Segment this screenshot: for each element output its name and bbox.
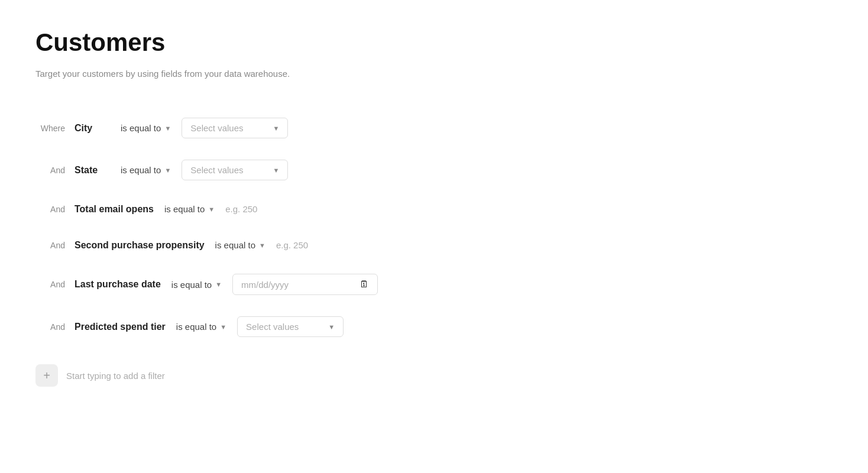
page-title: Customers	[35, 28, 833, 57]
filter-operator-dropdown[interactable]: is equal to▼	[119, 163, 172, 177]
filter-operator-label: is equal to	[121, 165, 161, 175]
filter-row: AndSecond purchase propensityis equal to…	[35, 227, 833, 263]
chevron-down-icon: ▼	[215, 281, 222, 288]
chevron-down-icon: ▼	[273, 125, 279, 132]
filter-connector: And	[35, 322, 65, 332]
filter-row: WhereCityis equal to▼Select values▼	[35, 107, 833, 149]
filter-field-name: Last purchase date	[75, 279, 161, 290]
filter-connector: And	[35, 166, 65, 175]
filter-value-input[interactable]	[276, 240, 388, 250]
filter-operator-label: is equal to	[171, 280, 212, 290]
filter-connector: And	[35, 241, 65, 250]
page-subtitle: Target your customers by using fields fr…	[35, 69, 833, 79]
filter-operator-label: is equal to	[176, 322, 216, 332]
filter-value-label: Select values	[246, 322, 299, 332]
filter-value-dropdown[interactable]: Select values▼	[182, 118, 288, 138]
chevron-down-icon: ▼	[328, 323, 335, 331]
filter-operator-label: is equal to	[164, 204, 205, 214]
filter-connector: Where	[35, 124, 65, 133]
page-container: Customers Target your customers by using…	[0, 0, 868, 415]
filter-value-input[interactable]	[225, 204, 338, 214]
chevron-down-icon: ▼	[259, 242, 265, 249]
add-filter-row: + Start typing to add a filter	[35, 348, 833, 387]
add-filter-placeholder: Start typing to add a filter	[66, 371, 165, 381]
filter-operator-dropdown[interactable]: is equal to▼	[214, 238, 267, 252]
filter-field-name: Predicted spend tier	[75, 322, 166, 332]
filter-operator-label: is equal to	[121, 123, 161, 133]
chevron-down-icon: ▼	[164, 125, 171, 132]
add-filter-button[interactable]: +	[35, 364, 58, 387]
filter-connector: And	[35, 205, 65, 214]
filter-date-wrapper: 🗓	[232, 274, 378, 295]
filter-value-dropdown[interactable]: Select values▼	[182, 160, 288, 180]
filter-date-input[interactable]	[241, 280, 354, 290]
filter-value-label: Select values	[190, 165, 243, 175]
filter-value-dropdown[interactable]: Select values▼	[237, 316, 344, 337]
filter-value-label: Select values	[190, 123, 243, 133]
filter-row: AndPredicted spend tieris equal to▼Selec…	[35, 306, 833, 348]
filter-operator-dropdown[interactable]: is equal to▼	[170, 277, 223, 292]
chevron-down-icon: ▼	[273, 167, 279, 174]
calendar-icon[interactable]: 🗓	[359, 279, 369, 290]
filter-row: AndStateis equal to▼Select values▼	[35, 149, 833, 191]
filter-field-name: State	[75, 165, 110, 176]
filter-operator-dropdown[interactable]: is equal to▼	[119, 121, 172, 135]
filter-field-name: Second purchase propensity	[75, 240, 205, 251]
filter-field-name: City	[75, 123, 110, 134]
filter-field-name: Total email opens	[75, 204, 154, 215]
filter-row: AndTotal email opensis equal to▼	[35, 191, 833, 227]
filter-operator-label: is equal to	[215, 240, 255, 250]
filter-row: AndLast purchase dateis equal to▼🗓	[35, 263, 833, 306]
chevron-down-icon: ▼	[208, 206, 215, 213]
chevron-down-icon: ▼	[164, 167, 171, 174]
filter-operator-dropdown[interactable]: is equal to▼	[175, 319, 228, 334]
filter-operator-dropdown[interactable]: is equal to▼	[163, 202, 216, 216]
filter-connector: And	[35, 280, 65, 289]
chevron-down-icon: ▼	[220, 323, 226, 331]
filters-container: WhereCityis equal to▼Select values▼AndSt…	[35, 107, 833, 348]
